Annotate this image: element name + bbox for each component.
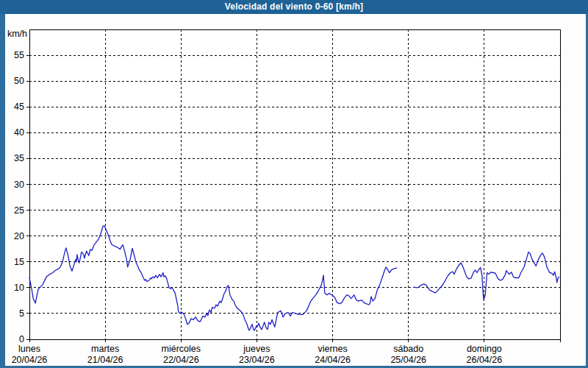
day-name-label-martes: martes [91, 344, 119, 354]
day-date-label-22/04/26: 22/04/26 [163, 355, 199, 365]
y-tick-label-20: 20 [14, 231, 24, 241]
y-tick-label-35: 35 [14, 153, 24, 163]
y-tick-label-40: 40 [14, 127, 24, 138]
day-name-label-lunes: lunes [18, 344, 40, 354]
day-date-label-23/04/26: 23/04/26 [239, 355, 275, 365]
y-tick-label-25: 25 [14, 205, 24, 216]
day-name-label-miércoles: miércoles [162, 344, 201, 354]
wind-speed-chart: 0510152025303540455055km/hlunes20/04/26m… [0, 0, 588, 368]
day-date-label-25/04/26: 25/04/26 [390, 355, 426, 365]
day-name-label-sábado: sábado [393, 344, 423, 354]
y-tick-label-50: 50 [14, 76, 24, 86]
y-tick-label-30: 30 [14, 180, 24, 190]
day-date-label-24/04/26: 24/04/26 [315, 355, 351, 365]
chart-title: Velocidad del viento 0-60 [km/h] [225, 1, 363, 12]
day-name-label-jueves: jueves [243, 344, 270, 354]
y-tick-label-45: 45 [14, 102, 24, 112]
y-tick-label-5: 5 [19, 308, 24, 319]
y-tick-label-15: 15 [14, 257, 24, 267]
day-date-label-21/04/26: 21/04/26 [87, 355, 123, 365]
day-date-label-20/04/26: 20/04/26 [12, 355, 48, 365]
day-date-label-26/04/26: 26/04/26 [467, 355, 503, 365]
app-window: Velocidad del viento 0-60 [km/h] 0510152… [0, 0, 588, 368]
day-name-label-viernes: viernes [318, 344, 347, 354]
title-bar: Velocidad del viento 0-60 [km/h] [0, 0, 588, 14]
y-tick-label-10: 10 [14, 283, 24, 293]
y-tick-label-0: 0 [19, 334, 24, 344]
y-tick-label-55: 55 [14, 50, 24, 60]
y-axis-unit-label: km/h [7, 29, 27, 39]
day-name-label-domingo: domingo [467, 344, 502, 354]
